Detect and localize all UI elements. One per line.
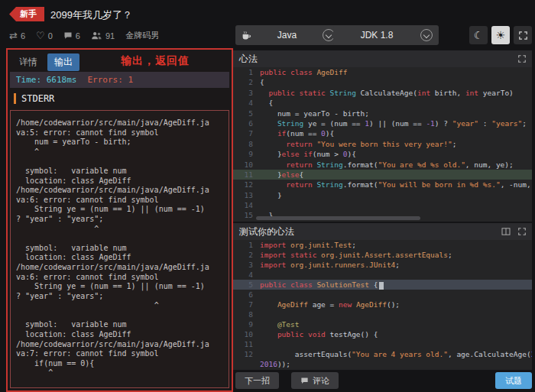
code-line[interactable]: 3import org.junit.runners.JUnit4; [233,260,532,270]
comments-icon [63,31,73,40]
code-line[interactable]: 2016)); [233,359,532,369]
errors-label: Errors: 1 [87,75,133,85]
comment-button[interactable]: 评论 [291,372,339,389]
code-line[interactable]: 1import org.junit.Test; [233,240,532,250]
tab-output[interactable]: 输出 [47,53,79,71]
solution-editor[interactable]: 1public class AgeDiff2{3 public static S… [233,67,532,222]
comment-label: 评论 [313,375,329,387]
sun-icon: ☀ [496,30,506,40]
code-text: { [260,98,273,108]
code-text: { [260,77,264,87]
line-number: 7 [233,300,260,309]
line-number: 9 [233,149,260,159]
code-line[interactable]: 8 [233,309,532,319]
code-line[interactable]: 1public class AgeDiff [233,67,532,77]
test-editor[interactable]: 1import org.junit.Test;2import static or… [233,240,532,370]
code-line[interactable]: 10 public void testAge() { [233,329,532,339]
expand-icon[interactable] [518,228,526,235]
code-text: }else if(num > 0){ [260,149,356,159]
code-line[interactable]: 9 @Test [233,319,532,329]
line-number: 3 [233,88,260,98]
solution-panel-title: 心法 [239,53,511,66]
version-value: JDK 1.8 [339,30,414,40]
line-number: 8 [233,309,260,319]
line-number: 10 [233,160,260,170]
fullscreen-button[interactable] [514,26,532,44]
horizontal-scrollbar[interactable] [256,216,420,220]
line-number: 2 [233,250,260,260]
attempt-button[interactable]: 试题 [495,372,532,389]
users-count: 91 [105,31,115,40]
version-dropdown[interactable]: JDK 1.8 [333,25,439,45]
code-text: }else{ [260,170,303,180]
code-line[interactable]: 6 [233,290,532,300]
line-number: 1 [233,240,260,250]
code-text: String ye = (num == 1) || (num == -1) ? … [260,118,527,128]
stderr-marker [14,93,16,104]
comment-icon [300,377,309,385]
dark-mode-button[interactable]: ☾ [469,26,488,44]
tab-details[interactable]: 详情 [12,53,44,71]
code-text: public static String CalculateAge(int bi… [260,88,514,98]
code-line[interactable]: 2import static org.junit.Assert.assertEq… [233,250,532,260]
code-text: import static org.junit.Assert.assertEqu… [260,250,452,260]
line-number: 8 [233,139,260,149]
code-line[interactable]: 4 [233,270,532,280]
forks-count: 6 [21,31,25,40]
code-text: public void testAge() { [260,329,378,339]
code-line[interactable]: 6 String ye = (num == 1) || (num == -1) … [233,118,532,128]
users-stat[interactable]: 91 [91,31,115,40]
forks-stat[interactable]: ⇄ 6 [9,31,25,40]
code-line[interactable]: 8 return "You were born this very year!"… [233,139,532,149]
split-view-icon[interactable] [501,228,511,235]
language-value: Java [258,30,316,40]
code-line[interactable]: 5public class SolutionTest { [233,280,532,290]
next-kata-label: 下一招 [245,375,270,387]
code-line[interactable]: 7 if(num == 0){ [233,128,532,138]
line-number: 4 [233,98,260,108]
code-text: public class AgeDiff [260,67,347,77]
chevron-down-icon [420,29,433,41]
code-line[interactable]: 7 AgeDiff age = new AgeDiff(); [233,300,532,309]
code-line[interactable]: 10 return String.format("You are %d %s o… [233,160,532,170]
code-line[interactable]: 4 { [233,98,532,108]
comments-count: 6 [76,31,80,40]
test-panel-title: 测试你的心法 [239,225,494,238]
output-panel: 详情 输出 输出，返回值 Time: 6618ms Errors: 1 STDE… [6,48,233,392]
line-number: 4 [233,270,260,280]
line-number: 2 [233,77,260,87]
attempt-label: 试题 [505,375,522,387]
code-line[interactable]: 11 [233,339,532,349]
author-name[interactable]: 金牌码男 [125,30,159,41]
text-cursor [379,282,384,290]
code-line[interactable]: 2{ [233,77,532,87]
code-text: num = yearTo - birth; [260,109,369,118]
code-line[interactable]: 5 num = yearTo - birth; [233,109,532,118]
comments-stat[interactable]: 6 [63,31,80,40]
line-number: 5 [233,280,260,290]
line-number: 14 [233,200,260,210]
line-number: 7 [233,128,260,138]
code-line[interactable]: 11 }else{ [233,170,532,180]
light-mode-button[interactable]: ☀ [491,26,510,44]
language-dropdown[interactable]: Java [235,25,341,45]
code-line[interactable]: 9 }else if(num > 0){ [233,149,532,159]
line-number: 6 [233,118,260,128]
moon-icon: ☾ [474,30,484,40]
code-line[interactable]: 12 return String.format("You will be bor… [233,180,532,190]
next-kata-button[interactable]: 下一招 [235,372,279,389]
stderr-output[interactable]: /home/codewarrior/src/main/java/AgeDiff.… [10,110,229,388]
code-text: if(num == 0){ [260,128,334,138]
code-line[interactable]: 14 [233,200,532,210]
code-text: } [260,190,282,200]
code-line[interactable]: 12 assertEquals("You are 4 years old.", … [233,349,532,359]
fullscreen-icon [519,31,527,40]
run-summary-bar: Time: 6618ms Errors: 1 [10,72,229,88]
solution-panel-header: 心法 [233,50,532,67]
expand-icon[interactable] [518,55,526,63]
likes-stat[interactable]: ♡ 0 [36,31,53,40]
code-line[interactable]: 13 } [233,190,532,200]
line-number: 9 [233,319,260,329]
code-line[interactable]: 3 public static String CalculateAge(int … [233,88,532,98]
kata-stats: ⇄ 6 ♡ 0 6 91 金牌码男 [9,30,159,41]
